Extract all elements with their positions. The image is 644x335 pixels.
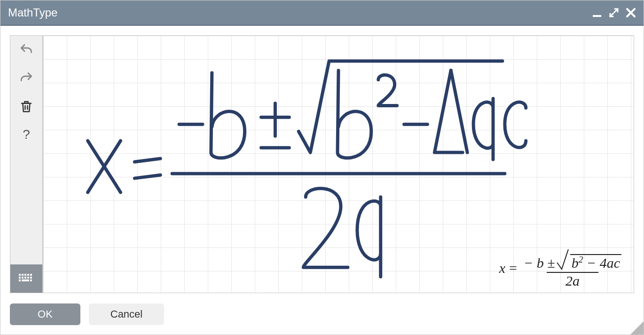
svg-rect-6	[19, 277, 21, 279]
preview-fraction: − b ± b2 − 4ac 2a	[521, 248, 624, 288]
cancel-button[interactable]: Cancel	[89, 303, 164, 325]
svg-rect-4	[27, 274, 29, 276]
svg-rect-2	[22, 274, 24, 276]
svg-rect-13	[30, 279, 32, 281]
editor-area: ?	[8, 33, 636, 295]
resize-handle-icon[interactable]	[630, 321, 644, 335]
svg-rect-5	[30, 274, 32, 276]
titlebar: MathType	[0, 0, 644, 26]
side-toolbar: ?	[10, 35, 43, 293]
close-icon[interactable]	[626, 8, 636, 18]
svg-rect-8	[24, 277, 26, 279]
preview-eq: =	[509, 261, 517, 275]
rendered-preview: x = − b ± b2 − 4ac	[499, 248, 624, 288]
keyboard-button[interactable]	[10, 264, 42, 293]
window-body: ?	[0, 26, 644, 335]
svg-rect-12	[22, 279, 29, 281]
handwriting-canvas[interactable]: x = − b ± b2 − 4ac	[43, 35, 634, 293]
toolbar-spacer	[10, 149, 42, 264]
minimize-icon[interactable]	[592, 8, 602, 18]
window-controls	[592, 8, 636, 18]
help-button[interactable]: ?	[10, 120, 42, 149]
footer: OK Cancel	[8, 303, 636, 327]
preview-denominator: 2a	[547, 272, 598, 288]
help-label: ?	[23, 127, 30, 142]
preview-numerator: − b ± b2 − 4ac	[521, 248, 624, 272]
preview-num-prefix: − b ±	[524, 256, 555, 270]
redo-button[interactable]	[10, 64, 42, 92]
svg-rect-9	[27, 277, 29, 279]
svg-rect-7	[22, 277, 24, 279]
ok-button[interactable]: OK	[10, 303, 80, 325]
undo-button[interactable]	[10, 36, 42, 64]
svg-rect-1	[19, 274, 21, 276]
svg-rect-10	[30, 277, 32, 279]
svg-rect-3	[24, 274, 26, 276]
preview-lhs: x	[499, 261, 505, 275]
delete-button[interactable]	[10, 92, 42, 120]
preview-radicand: b2 − 4ac	[570, 254, 621, 270]
sqrt-icon	[556, 248, 569, 270]
svg-rect-0	[593, 15, 601, 17]
svg-rect-11	[19, 279, 21, 281]
mathtype-window: MathType	[0, 0, 644, 335]
window-title: MathType	[8, 6, 57, 19]
maximize-icon[interactable]	[609, 8, 619, 18]
